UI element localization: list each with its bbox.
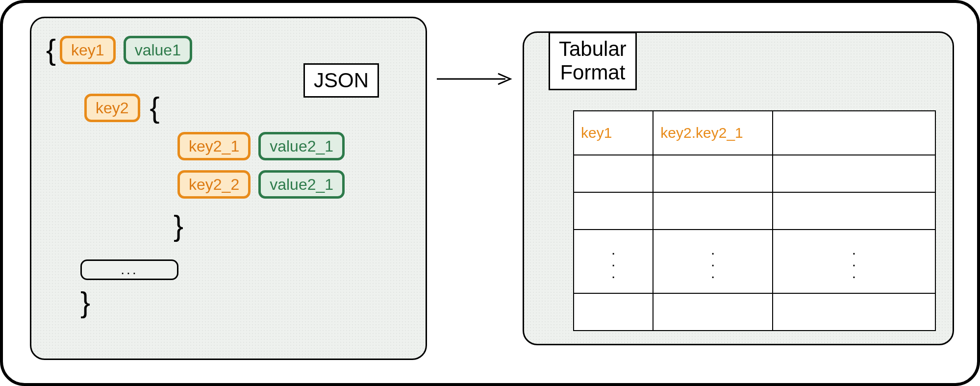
key-chip-key1: key1 [60, 36, 116, 64]
json-row-close-nested: } [46, 211, 411, 241]
table-row-vdots: ... ... ... [574, 230, 935, 293]
json-row-open: { key1 value1 [46, 33, 411, 67]
table-row [574, 192, 935, 230]
json-body: { key1 value1 key2 { key2_1 value2_1 key… [46, 33, 411, 344]
key-chip-key2-1: key2_1 [177, 132, 251, 160]
ellipsis-chip: ... [80, 259, 178, 280]
table-header-row: key1 key2.key2_1 [574, 111, 935, 155]
json-row-ellipsis: ... [46, 259, 411, 280]
open-brace-nested: { [150, 93, 160, 123]
diagram-table: key1 key2.key2_1 ... ... ... [573, 110, 936, 331]
table-row [574, 293, 935, 331]
value-chip-value2-1a: value2_1 [258, 132, 345, 160]
vdots-cell: ... [653, 230, 773, 293]
tabular-title-line1: Tabular [559, 37, 627, 60]
th-blank [773, 111, 935, 155]
th-key2-key2-1: key2.key2_1 [653, 111, 773, 155]
tabular-title-line2: Format [560, 61, 625, 84]
diagram-outer-frame: JSON { key1 value1 key2 { key2_1 value2_… [0, 0, 980, 386]
value-chip-value2-1b: value2_1 [258, 170, 345, 199]
arrow-right-icon [437, 72, 515, 86]
key-chip-key2-2: key2_2 [177, 170, 251, 199]
json-panel: JSON { key1 value1 key2 { key2_1 value2_… [30, 17, 427, 360]
value-chip-value1: value1 [124, 36, 192, 64]
tabular-title-box: Tabular Format [549, 32, 637, 90]
table-wrap: key1 key2.key2_1 ... ... ... [573, 110, 936, 331]
close-brace-nested: } [174, 211, 183, 241]
json-row-close-outer: } [46, 288, 411, 317]
key-chip-key2: key2 [84, 94, 140, 122]
json-row-key2-1: key2_1 value2_1 [46, 129, 411, 163]
tabular-panel: Tabular Format key1 key2.key2_1 [523, 31, 954, 345]
close-brace-outer: } [80, 288, 90, 317]
json-row-key2: key2 { [46, 91, 411, 125]
vdots-cell: ... [574, 230, 653, 293]
json-row-key2-2: key2_2 value2_1 [46, 167, 411, 202]
table-row [574, 155, 935, 192]
th-key1: key1 [574, 111, 653, 155]
vdots-cell: ... [773, 230, 935, 293]
open-brace: { [46, 35, 56, 65]
